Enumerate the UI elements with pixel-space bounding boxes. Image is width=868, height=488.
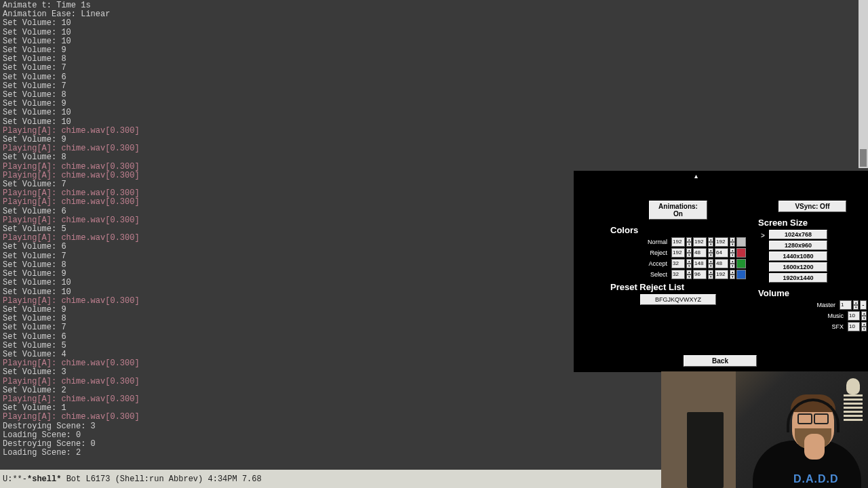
- color-swatch[interactable]: [736, 237, 746, 247]
- spinner-icon[interactable]: ▴▾: [686, 248, 692, 258]
- spinner-icon[interactable]: ▴▾: [730, 237, 735, 247]
- terminal-line: Set Volume: 6: [3, 73, 856, 82]
- volume-input[interactable]: 10: [848, 311, 860, 321]
- terminal-line: Set Volume: 10: [3, 118, 856, 127]
- spinner-icon[interactable]: ▴▾: [708, 237, 713, 247]
- color-label: Normal: [610, 239, 667, 245]
- terminal-line: Playing[A]: chime.wav[0.300]: [3, 127, 856, 136]
- terminal-line: Set Volume: 10: [3, 19, 856, 28]
- volume-input[interactable]: 1: [840, 300, 852, 310]
- webcam-overlay: D.A.D.D Dads Against Daughters Dating: [661, 371, 868, 488]
- screen-size-option[interactable]: 1920x1440: [769, 273, 827, 283]
- color-g-input[interactable]: 148: [693, 259, 707, 268]
- modeline-status: U:**-: [3, 474, 27, 484]
- terminal-scrollbar[interactable]: [859, 0, 868, 168]
- color-b-input[interactable]: 192: [715, 270, 728, 279]
- volume-minus-button[interactable]: -: [860, 300, 867, 310]
- color-b-input[interactable]: 192: [715, 237, 728, 247]
- color-row-select: Select 32▴▾ 96▴▾ 192▴▾: [610, 270, 746, 279]
- terminal-line: Set Volume: 8: [3, 153, 856, 162]
- terminal-line: Set Volume: 8: [3, 55, 856, 64]
- terminal-line: Set Volume: 9: [3, 46, 856, 55]
- settings-panel: ▴ Animations: On Colors Normal 192▴▾ 192…: [574, 171, 868, 372]
- vsync-toggle[interactable]: VSync: Off: [778, 201, 846, 212]
- color-b-input[interactable]: 64: [715, 248, 728, 258]
- colors-heading: Colors: [610, 225, 746, 235]
- preset-heading: Preset Reject List: [610, 282, 746, 292]
- volume-row-sfx: SFX 10▴▾: [810, 322, 867, 331]
- color-label: Accept: [610, 260, 667, 267]
- screen-size-heading: Screen Size: [758, 218, 867, 228]
- terminal-line: Set Volume: 8: [3, 91, 856, 100]
- color-g-input[interactable]: 48: [693, 248, 707, 258]
- screen-size-option[interactable]: 1600x1200: [769, 262, 827, 272]
- color-r-input[interactable]: 32: [671, 259, 685, 268]
- spinner-icon[interactable]: ▴▾: [686, 237, 692, 247]
- color-r-input[interactable]: 192: [671, 248, 685, 258]
- color-label: Select: [610, 271, 667, 278]
- spinner-icon[interactable]: ▴▾: [853, 300, 859, 310]
- volume-row-music: Music 10▴▾: [810, 311, 867, 321]
- shirt-logo-text: D.A.D.D: [793, 473, 839, 485]
- spinner-icon[interactable]: ▴▾: [730, 248, 735, 258]
- color-r-input[interactable]: 192: [671, 237, 685, 247]
- volume-input[interactable]: 10: [848, 322, 860, 331]
- modeline-info: Bot L6173 (Shell:run Abbrev) 4:34PM 7.68: [61, 474, 261, 484]
- terminal-line: Animate t: Time 1s: [3, 1, 856, 10]
- volume-label: Music: [810, 312, 844, 319]
- color-b-input[interactable]: 48: [715, 259, 728, 268]
- screen-size-option[interactable]: 1280x960: [769, 241, 827, 250]
- spinner-icon[interactable]: ▴▾: [730, 259, 735, 268]
- size-selected-marker: >: [761, 232, 766, 239]
- color-row-normal: Normal 192▴▾ 192▴▾ 192▴▾: [610, 237, 746, 247]
- volume-label: Master: [810, 302, 835, 308]
- color-swatch[interactable]: [736, 270, 746, 279]
- spinner-icon[interactable]: ▴▾: [861, 311, 867, 321]
- spinner-icon[interactable]: ▴▾: [708, 248, 713, 258]
- terminal-line: Set Volume: 7: [3, 82, 856, 91]
- cursor-icon: ▴: [694, 172, 698, 180]
- terminal-line: Set Volume: 10: [3, 37, 856, 46]
- terminal-line: Set Volume: 10: [3, 108, 856, 117]
- terminal-line: Set Volume: 7: [3, 64, 856, 73]
- volume-heading: Volume: [758, 288, 867, 298]
- terminal-line: Animation Ease: Linear: [3, 10, 856, 19]
- color-label: Reject: [610, 249, 667, 256]
- scrollbar-thumb[interactable]: [860, 149, 867, 167]
- spinner-icon[interactable]: ▴▾: [686, 270, 692, 279]
- color-g-input[interactable]: 96: [693, 270, 707, 279]
- screen-size-option[interactable]: 1024x768: [769, 230, 827, 239]
- terminal-line: Set Volume: 10: [3, 28, 856, 37]
- color-swatch[interactable]: [736, 259, 746, 268]
- preset-reject-button[interactable]: BFGJKQVWXYZ: [640, 294, 716, 305]
- terminal-line: Set Volume: 9: [3, 100, 856, 108]
- spinner-icon[interactable]: ▴▾: [730, 270, 735, 279]
- screen-size-option[interactable]: 1440x1080: [769, 251, 827, 261]
- back-button[interactable]: Back: [684, 355, 757, 367]
- terminal-line: Playing[A]: chime.wav[0.300]: [3, 144, 856, 153]
- color-row-reject: Reject 192▴▾ 48▴▾ 64▴▾: [610, 248, 746, 258]
- volume-row-master: Master 1▴▾ -: [810, 300, 867, 310]
- color-row-accept: Accept 32▴▾ 148▴▾ 48▴▾: [610, 259, 746, 268]
- terminal-line: Playing[A]: chime.wav[0.300]: [3, 163, 856, 171]
- spinner-icon[interactable]: ▴▾: [861, 322, 867, 331]
- spinner-icon[interactable]: ▴▾: [708, 270, 713, 279]
- color-swatch[interactable]: [736, 248, 746, 258]
- color-r-input[interactable]: 32: [671, 270, 685, 279]
- spinner-icon[interactable]: ▴▾: [708, 259, 713, 268]
- modeline-buffer: *shell*: [27, 474, 61, 484]
- volume-label: SFX: [810, 323, 844, 330]
- animations-toggle[interactable]: Animations: On: [649, 201, 707, 220]
- color-g-input[interactable]: 192: [693, 237, 707, 247]
- spinner-icon[interactable]: ▴▾: [686, 259, 692, 268]
